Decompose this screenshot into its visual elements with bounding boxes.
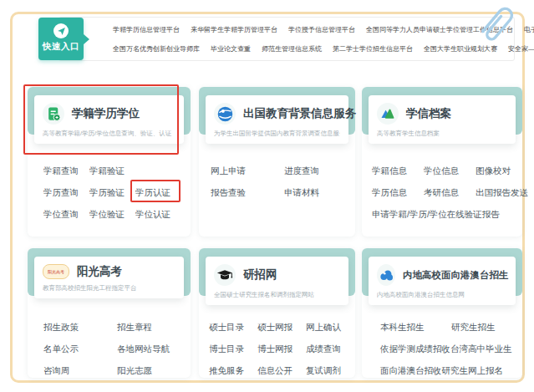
annotation-box-xueli-renzheng bbox=[130, 180, 181, 202]
card-link[interactable]: 考研信息 bbox=[424, 187, 476, 198]
card-link[interactable]: 学位验证 bbox=[89, 209, 135, 220]
archive-mountain-icon bbox=[377, 103, 399, 125]
card-title: 研招网 bbox=[243, 267, 277, 283]
card-link[interactable]: 学位信息 bbox=[424, 165, 476, 176]
sunshine-gaokao-logo: 阳光高考 bbox=[43, 264, 69, 279]
card-header[interactable]: 学信档案 高等教育学生信息档案 bbox=[369, 95, 516, 144]
card-link[interactable]: 成绩查询 bbox=[306, 344, 354, 354]
quick-links-row-1: 学籍学历信息管理平台来华留学生学籍学历管理平台学位授予信息管理平台全国同等学力人… bbox=[113, 25, 534, 34]
card-link[interactable]: 推免服务 bbox=[209, 365, 257, 376]
card-link[interactable]: 复试调剂 bbox=[306, 365, 354, 376]
card-header[interactable]: 内地高校面向港澳台招生 内地高校面向港澳台招生信息网 bbox=[369, 257, 516, 305]
logo-text: 阳光高考 bbox=[48, 269, 64, 274]
card-chuguo-beijing: 出国教育背景信息服务 为学生出国留学提供国内教育背景调查信息服务 网上申请进度查… bbox=[199, 87, 355, 237]
cloud-icon bbox=[377, 264, 395, 286]
card-gangaotai-zhaosheng: 内地高校面向港澳台招生 内地高校面向港澳台招生信息网 本科生招生研究生招生依据学… bbox=[362, 248, 522, 378]
card-link[interactable]: 报告查验 bbox=[211, 187, 284, 198]
card-links: 学籍信息学位信息图像校对学历信息考研信息出国报告发送申请学籍/学历/学位在线验证… bbox=[372, 164, 519, 229]
card-link[interactable]: 学籍查询 bbox=[43, 165, 89, 176]
card-link[interactable]: 图像校对 bbox=[476, 165, 527, 176]
quick-links-row-2: 全国万名优秀创新创业导师库毕业论文查重师范生管理信息系统第二学士学位招生信息平台… bbox=[113, 44, 534, 53]
card-subtitle: 教育部高校招生阳光工程指定平台 bbox=[43, 284, 175, 293]
annotation-box-card-header bbox=[23, 84, 179, 155]
quick-entry-label: 快速入口 bbox=[38, 41, 84, 53]
card-link[interactable]: 进度查询 bbox=[284, 165, 358, 176]
card-link[interactable]: 依据学测成绩招收台湾高中毕业生 bbox=[380, 344, 512, 354]
card-link[interactable]: 本科生招生 bbox=[380, 322, 451, 333]
card-subtitle: 全国硕士研究生报名和调剂指定网站 bbox=[214, 291, 340, 299]
card-header[interactable]: 研招网 全国硕士研究生报名和调剂指定网站 bbox=[206, 257, 348, 305]
quick-link[interactable]: 师范生管理信息系统 bbox=[262, 44, 322, 53]
card-link[interactable]: 各地网站导航 bbox=[117, 344, 191, 354]
card-link[interactable]: 网上确认 bbox=[306, 322, 354, 333]
card-xuexin-dangan: 学信档案 高等教育学生信息档案 学籍信息学位信息图像校对学历信息考研信息出国报告… bbox=[362, 87, 522, 237]
card-link[interactable]: 学籍验证 bbox=[89, 165, 135, 176]
card-links: 网上申请进度查询报告查验申请材料 bbox=[211, 164, 352, 207]
card-link[interactable]: 申请材料 bbox=[284, 187, 358, 198]
card-links: 硕士目录硕士网报网上确认博士目录博士网报成绩查询推免服务信息公开复试调剂 bbox=[209, 320, 352, 385]
card-title: 阳光高考 bbox=[77, 264, 122, 279]
quick-entry-bar: 学籍学历信息管理平台来华留学生学籍学历管理平台学位授予信息管理平台全国同等学力人… bbox=[37, 17, 515, 61]
graduation-cap-icon bbox=[214, 264, 236, 286]
paper-plane-icon bbox=[53, 23, 69, 38]
card-link[interactable]: 学位认证 bbox=[135, 209, 181, 220]
quick-link[interactable]: 来华留学生学籍学历管理平台 bbox=[191, 25, 277, 34]
card-yangguang-gaokao: 阳光高考 阳光高考 教育部高校招生阳光工程指定平台 招生政策招生章程名单公示各地… bbox=[28, 248, 191, 378]
card-link[interactable]: 学籍信息 bbox=[372, 165, 424, 176]
paperclip-icon bbox=[473, 0, 526, 48]
quick-link[interactable]: 学位授予信息管理平台 bbox=[288, 25, 355, 34]
card-link[interactable]: 阳光志愿 bbox=[117, 365, 191, 376]
card-link[interactable]: 博士目录 bbox=[209, 344, 257, 354]
quick-links-panel: 学籍学历信息管理平台来华留学生学籍学历管理平台学位授予信息管理平台全国同等学力人… bbox=[58, 17, 515, 61]
card-link[interactable]: 学历信息 bbox=[372, 187, 424, 198]
globe-icon bbox=[214, 103, 236, 125]
card-link[interactable]: 出国报告发送 bbox=[476, 187, 528, 198]
quick-link[interactable]: 全国万名优秀创新创业导师库 bbox=[113, 44, 200, 53]
card-link[interactable]: 面向港澳台招收研究生网上报名 bbox=[380, 365, 503, 376]
card-links: 本科生招生研究生招生依据学测成绩招收台湾高中毕业生面向港澳台招收研究生网上报名 bbox=[380, 320, 519, 385]
card-link[interactable]: 学位查询 bbox=[43, 209, 89, 220]
card-link[interactable]: 博士网报 bbox=[257, 344, 306, 354]
card-subtitle: 内地高校面向港澳台招生信息网 bbox=[377, 291, 507, 299]
card-header[interactable]: 阳光高考 阳光高考 教育部高校招生阳光工程指定平台 bbox=[34, 257, 184, 298]
card-link[interactable]: 硕士目录 bbox=[209, 322, 257, 333]
card-link[interactable]: 名单公示 bbox=[43, 344, 117, 354]
card-links: 招生政策招生章程名单公示各地网站导航咨询周阳光志愿 bbox=[43, 320, 187, 385]
card-title: 出国教育背景信息服务 bbox=[243, 106, 356, 121]
card-link[interactable]: 研究生招生 bbox=[451, 322, 522, 333]
card-subtitle: 高等教育学生信息档案 bbox=[377, 130, 507, 138]
quick-link[interactable]: 第二学士学位招生信息平台 bbox=[333, 44, 413, 53]
card-link[interactable]: 申请学籍/学历/学位在线验证报告 bbox=[372, 209, 500, 220]
quick-link[interactable]: 毕业论文查重 bbox=[211, 44, 251, 53]
card-link[interactable]: 招生政策 bbox=[43, 322, 117, 333]
card-link[interactable]: 网上申请 bbox=[211, 165, 284, 176]
quick-entry-badge[interactable]: 快速入口 bbox=[38, 18, 84, 60]
card-subtitle: 为学生出国留学提供国内教育背景调查信息服务 bbox=[214, 130, 340, 138]
card-link[interactable]: 信息公开 bbox=[257, 365, 306, 376]
card-title: 学信档案 bbox=[406, 106, 451, 121]
quick-link[interactable]: 学籍学历信息管理平台 bbox=[113, 25, 180, 34]
card-link[interactable]: 招生章程 bbox=[117, 322, 191, 333]
card-link[interactable]: 咨询周 bbox=[43, 365, 117, 376]
card-yanzhaowang: 研招网 全国硕士研究生报名和调剂指定网站 硕士目录硕士网报网上确认博士目录博士网… bbox=[199, 248, 355, 378]
card-header[interactable]: 出国教育背景信息服务 为学生出国留学提供国内教育背景调查信息服务 bbox=[206, 95, 348, 144]
chsi-homepage: 学籍学历信息管理平台来华留学生学籍学历管理平台学位授予信息管理平台全国同等学力人… bbox=[0, 0, 534, 392]
card-title: 内地高校面向港澳台招生 bbox=[403, 269, 509, 282]
card-link[interactable]: 学历验证 bbox=[89, 187, 135, 198]
card-link[interactable]: 硕士网报 bbox=[257, 322, 306, 333]
card-link[interactable]: 学历查询 bbox=[43, 187, 89, 198]
